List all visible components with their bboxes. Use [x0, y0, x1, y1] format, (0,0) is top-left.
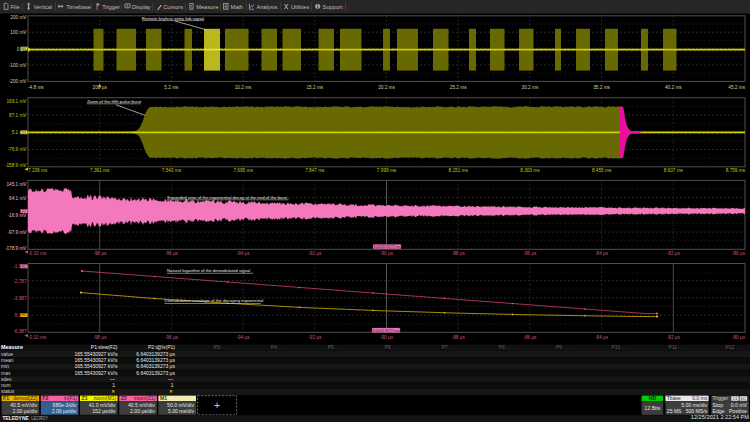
svg-text:12 Bits: 12 Bits	[645, 405, 661, 411]
svg-text:✕: ✕	[169, 389, 173, 394]
svg-text:P10 . . .: P10 . . .	[611, 344, 628, 350]
svg-text:-178.9 mV: -178.9 mV	[5, 246, 27, 251]
svg-text:-90 µs: -90 µs	[380, 335, 394, 340]
svg-text:1: 1	[171, 382, 174, 388]
svg-text:Vertical: Vertical	[34, 4, 53, 10]
svg-text:7.391 ms: 7.391 ms	[90, 168, 110, 173]
svg-text:Utilities: Utilities	[291, 4, 309, 10]
svg-text:2.00 µs/div: 2.00 µs/div	[52, 408, 77, 414]
svg-text:Natural logarithm of the demod: Natural logarithm of the demodulated sig…	[167, 268, 250, 273]
svg-text:8.303 ms: 8.303 ms	[520, 168, 540, 173]
svg-text:P8 . . .: P8 . . .	[499, 344, 513, 350]
svg-text:Math: Math	[230, 4, 243, 10]
svg-text:64.1 mV: 64.1 mV	[9, 196, 27, 201]
svg-text:15.2 ms: 15.2 ms	[306, 85, 323, 90]
svg-text:-86 µs: -86 µs	[523, 335, 537, 340]
svg-text:+: +	[214, 399, 220, 411]
svg-text:7.695 ms: 7.695 ms	[233, 168, 253, 173]
svg-text:-16.9 mV: -16.9 mV	[7, 213, 27, 218]
svg-text:max: max	[1, 370, 11, 376]
svg-text:zoom(M1): zoom(M1)	[94, 395, 117, 401]
svg-text:165.55430927 kV/s: 165.55430927 kV/s	[74, 363, 118, 369]
svg-text:Analysis: Analysis	[256, 4, 277, 10]
svg-text:8.6003139273 ms: 8.6003139273 ms	[372, 329, 399, 333]
svg-text:Zoom of the fifth pulse burst: Zoom of the fifth pulse burst	[87, 99, 142, 104]
svg-text:Trigger: Trigger	[713, 395, 729, 401]
svg-text:-100 mV: -100 mV	[9, 63, 28, 68]
svg-text:165.55430927 kV/s: 165.55430927 kV/s	[74, 357, 118, 363]
svg-text:ln(F1): ln(F1)	[64, 395, 77, 401]
svg-text:P12 . . .: P12 . . .	[725, 344, 742, 350]
svg-text:F1: F1	[22, 313, 26, 317]
svg-text:165.55430927 kV/s: 165.55430927 kV/s	[74, 370, 118, 376]
svg-text:-88 µs: -88 µs	[452, 335, 466, 340]
svg-text:6.6403139273 µs: 6.6403139273 µs	[136, 370, 175, 376]
svg-text:8.607 ms: 8.607 ms	[664, 168, 684, 173]
svg-text:-0.10 ms: -0.10 ms	[28, 335, 47, 340]
svg-text:mean: mean	[1, 357, 14, 363]
svg-text:P4 . . .: P4 . . .	[271, 344, 285, 350]
svg-text:30.2 ms: 30.2 ms	[522, 85, 539, 90]
svg-text:Support: Support	[323, 4, 343, 10]
svg-text:Remote keyless entry fob signa: Remote keyless entry fob signal	[142, 16, 204, 21]
svg-text:-94 µs: -94 µs	[237, 251, 251, 256]
svg-text:87.1 mV: 87.1 mV	[9, 113, 27, 118]
svg-text:-88 µs: -88 µs	[452, 251, 466, 256]
svg-text:P11 . . .: P11 . . .	[669, 344, 686, 350]
svg-text:status: status	[1, 388, 15, 394]
svg-text:—: —	[168, 376, 173, 382]
svg-text:P1:slew(F2): P1:slew(F2)	[91, 344, 118, 350]
svg-text:2.00 µs/div: 2.00 µs/div	[12, 408, 37, 414]
svg-text:P5 . . .: P5 . . .	[328, 344, 342, 350]
svg-text:Measure: Measure	[1, 344, 23, 350]
svg-text:Cursors: Cursors	[163, 4, 183, 10]
svg-text:10.2 ms: 10.2 ms	[235, 85, 252, 90]
svg-text:-80 µs: -80 µs	[732, 335, 746, 340]
svg-text:P9 . . .: P9 . . .	[556, 344, 570, 350]
svg-text:-3.987: -3.987	[13, 296, 27, 301]
svg-text:1: 1	[112, 382, 115, 388]
svg-text:P3 . . .: P3 . . .	[214, 344, 228, 350]
svg-text:min: min	[1, 363, 9, 369]
svg-text:Z2: Z2	[121, 395, 127, 401]
svg-text:-94 µs: -94 µs	[237, 335, 251, 340]
svg-text:7.847 ms: 7.847 ms	[305, 168, 325, 173]
svg-text:5.2 ms: 5.2 ms	[164, 85, 179, 90]
svg-text:-96 µs: -96 µs	[165, 335, 179, 340]
svg-text:DC: DC	[740, 396, 746, 401]
svg-text:25 MS: 25 MS	[667, 408, 682, 414]
svg-text:152 µs/div: 152 µs/div	[92, 408, 116, 414]
svg-text:sdev: sdev	[1, 376, 12, 382]
svg-text:145.1 mV: 145.1 mV	[6, 182, 27, 187]
svg-text:-90 µs: -90 µs	[380, 251, 394, 256]
svg-text:-4.8 ms: -4.8 ms	[28, 85, 44, 90]
svg-text:-86 µs: -86 µs	[523, 251, 537, 256]
svg-text:8.6003139273 ms: 8.6003139273 ms	[373, 245, 400, 249]
svg-text:-200 mV: -200 mV	[9, 79, 28, 84]
svg-text:M1: M1	[160, 395, 167, 401]
svg-text:-6.387: -6.387	[13, 329, 27, 334]
svg-text:C1: C1	[732, 396, 738, 401]
svg-text:Measure: Measure	[196, 4, 218, 10]
svg-text:-98 µs: -98 µs	[93, 335, 107, 340]
svg-text:-98 µs: -98 µs	[93, 251, 107, 256]
svg-text:-84 µs: -84 µs	[595, 335, 609, 340]
svg-text:P6 . . .: P6 . . .	[385, 344, 399, 350]
svg-text:7.239 ms: 7.239 ms	[28, 168, 48, 173]
svg-text:8.455 ms: 8.455 ms	[592, 168, 612, 173]
svg-text:169.1 mV: 169.1 mV	[6, 99, 27, 104]
svg-text:File: File	[10, 4, 19, 10]
svg-text:✕: ✕	[111, 389, 115, 394]
svg-text:35.2 ms: 35.2 ms	[593, 85, 610, 90]
svg-text:-82 µs: -82 µs	[667, 335, 681, 340]
svg-text:12/25/2021 2:22:54 PM: 12/25/2021 2:22:54 PM	[691, 414, 749, 420]
svg-text:6.6403139273 µs: 6.6403139273 µs	[136, 351, 175, 357]
svg-text:-76.9 mV: -76.9 mV	[7, 147, 27, 152]
svg-text:Display: Display	[132, 4, 151, 10]
svg-text:Z1: Z1	[82, 395, 88, 401]
svg-text:value: value	[1, 351, 13, 357]
svg-text:40.2 ms: 40.2 ms	[665, 85, 682, 90]
svg-text:-92 µs: -92 µs	[308, 251, 322, 256]
svg-text:Z1: Z1	[22, 131, 26, 135]
svg-text:-80 µs: -80 µs	[732, 251, 746, 256]
